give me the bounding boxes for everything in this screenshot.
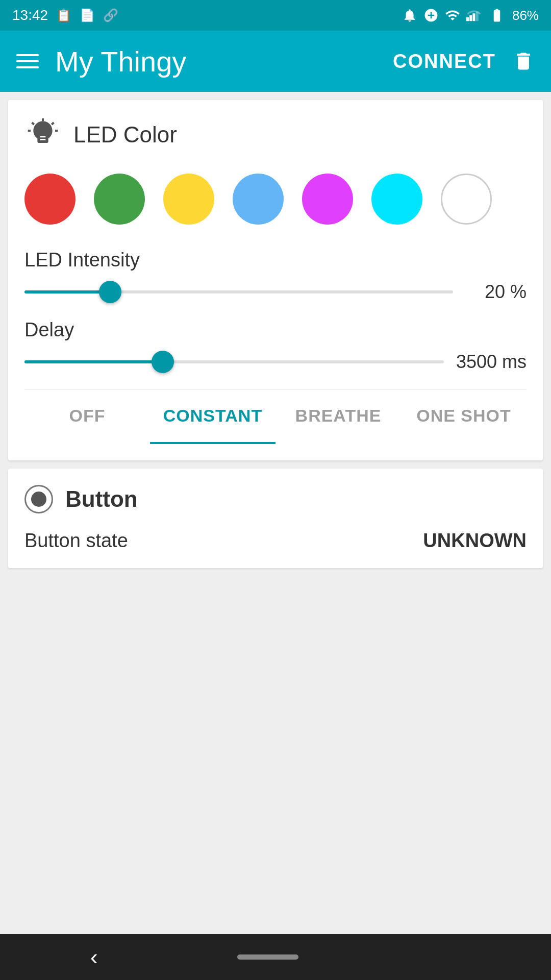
radio-button-icon <box>24 485 53 513</box>
hamburger-menu-button[interactable] <box>16 54 39 68</box>
button-state-label: Button state <box>24 530 128 552</box>
delay-row: 3500 ms <box>24 351 527 373</box>
delete-button[interactable] <box>512 50 535 72</box>
notification-icon-3: 🔗 <box>103 8 118 22</box>
svg-line-6 <box>52 122 54 125</box>
delay-thumb[interactable] <box>152 351 174 373</box>
led-intensity-label: LED Intensity <box>24 249 527 271</box>
mode-tab-oneshot[interactable]: ONE SHOT <box>401 389 527 444</box>
led-intensity-section: LED Intensity 20 % <box>24 249 527 303</box>
led-section-header: LED Color <box>24 116 527 153</box>
color-magenta[interactable] <box>302 174 353 225</box>
color-red[interactable] <box>24 174 76 225</box>
svg-rect-0 <box>466 17 469 21</box>
status-time: 13:42 <box>12 7 48 23</box>
svg-line-5 <box>32 122 34 125</box>
status-bar: 13:42 📋 📄 🔗 86% <box>0 0 551 31</box>
delay-fill <box>24 360 163 363</box>
mode-tab-off[interactable]: OFF <box>24 389 150 444</box>
color-blue[interactable] <box>233 174 284 225</box>
bottom-nav: ‹ <box>0 934 551 980</box>
battery-icon <box>488 8 506 23</box>
wifi-icon <box>445 8 460 23</box>
alarm-icon <box>402 8 417 23</box>
color-cyan[interactable] <box>371 174 422 225</box>
delay-track[interactable] <box>24 360 444 363</box>
delay-section: Delay 3500 ms <box>24 319 527 373</box>
delay-value: 3500 ms <box>456 351 527 373</box>
led-icon <box>24 116 61 153</box>
content-area: LED Color LED Intensity 20 % <box>0 92 551 934</box>
color-yellow[interactable] <box>163 174 214 225</box>
led-intensity-track[interactable] <box>24 290 453 293</box>
lightbulb-icon <box>27 118 59 151</box>
color-green[interactable] <box>94 174 145 225</box>
mode-tabs: OFF CONSTANT BREATHE ONE SHOT <box>24 389 527 444</box>
svg-rect-3 <box>476 12 479 21</box>
led-intensity-thumb[interactable] <box>99 281 121 303</box>
app-title: My Thingy <box>55 45 393 78</box>
led-intensity-slider-container <box>24 290 453 293</box>
mode-tab-constant[interactable]: CONSTANT <box>150 389 276 444</box>
mode-tab-breathe[interactable]: BREATHE <box>276 389 401 444</box>
color-white[interactable] <box>441 174 492 225</box>
button-state-value: UNKNOWN <box>423 530 527 552</box>
home-pill[interactable] <box>237 954 298 960</box>
button-section-title: Button <box>65 486 138 512</box>
notification-icon-2: 📄 <box>80 8 95 22</box>
hamburger-line-2 <box>16 60 39 62</box>
color-picker-row <box>24 174 527 225</box>
led-intensity-fill <box>24 290 110 293</box>
back-button[interactable]: ‹ <box>90 944 98 970</box>
battery-percent: 86% <box>512 8 539 23</box>
led-intensity-value: 20 % <box>465 281 527 303</box>
notification-icon-1: 📋 <box>56 8 71 22</box>
button-section-header: Button <box>24 485 527 513</box>
svg-rect-1 <box>469 15 472 21</box>
add-circle-icon <box>423 8 439 23</box>
connect-button[interactable]: CONNECT <box>393 51 496 72</box>
app-bar: My Thingy CONNECT <box>0 31 551 92</box>
button-card: Button Button state UNKNOWN <box>8 469 543 568</box>
led-intensity-row: 20 % <box>24 281 527 303</box>
status-bar-left: 13:42 📋 📄 🔗 <box>12 7 118 23</box>
led-card: LED Color LED Intensity 20 % <box>8 100 543 460</box>
led-section-title: LED Color <box>73 122 177 148</box>
hamburger-line-1 <box>16 54 39 56</box>
signal-icon <box>466 8 482 23</box>
delay-label: Delay <box>24 319 527 341</box>
status-bar-right: 86% <box>402 8 539 23</box>
button-state-row: Button state UNKNOWN <box>24 530 527 552</box>
delay-slider-container <box>24 360 444 363</box>
svg-rect-2 <box>472 13 475 21</box>
trash-icon <box>512 50 535 72</box>
radio-button-inner <box>31 492 46 507</box>
hamburger-line-3 <box>16 66 39 68</box>
